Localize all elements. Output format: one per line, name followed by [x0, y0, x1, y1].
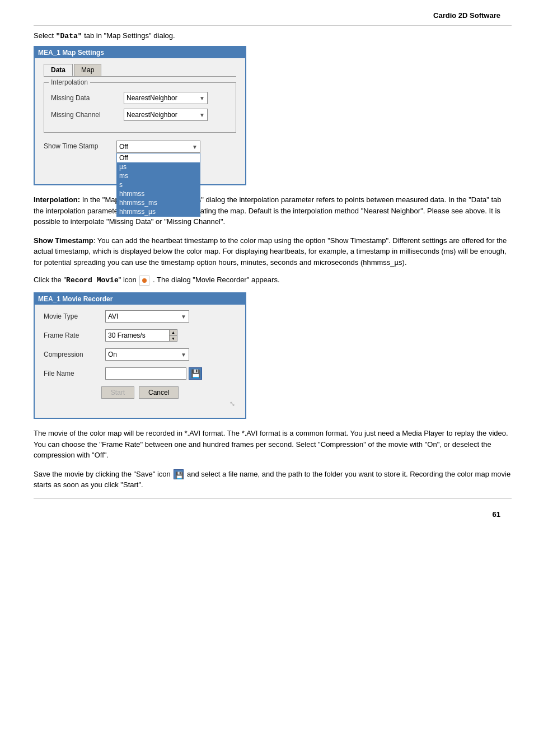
file-name-row: File Name 💾	[44, 367, 236, 380]
dropdown-item-hhmmss-ms[interactable]: hhmmss_ms	[117, 198, 200, 207]
missing-channel-select[interactable]: NearestNeighbor ▼	[124, 109, 208, 121]
show-time-stamp-label: Show Time Stamp	[44, 141, 116, 150]
movie-type-arrow: ▼	[181, 314, 186, 320]
movie-recorder-titlebar: MEA_1 Movie Recorder	[35, 293, 245, 305]
interpolation-label: Interpolation	[49, 78, 90, 86]
dropdown-item-hhmmss[interactable]: hhmmss	[117, 189, 200, 198]
interpolation-group: Interpolation Missing Data NearestNeighb…	[44, 82, 236, 133]
footer-divider	[34, 498, 512, 499]
record-instruction: Click the "Record Movie" icon . The dial…	[34, 276, 512, 286]
missing-channel-label: Missing Channel	[51, 111, 124, 119]
map-settings-dialog: MEA_1 Map Settings Data Map Interpolatio…	[34, 46, 246, 185]
compression-select[interactable]: On ▼	[105, 348, 189, 361]
show-time-stamp-row: Show Time Stamp Off ▼ Off µs ms s hhmmss…	[44, 141, 236, 153]
missing-data-arrow: ▼	[199, 95, 205, 101]
dropdown-item-hhmmss-us[interactable]: hhmmss_µs	[117, 207, 200, 216]
movie-recorder-dialog: MEA_1 Movie Recorder Movie Type AVI ▼ Fr…	[34, 292, 246, 419]
movie-btn-row: Start Cancel	[44, 386, 236, 399]
intro-instruction: Select "Data" tab in "Map Settings" dial…	[34, 31, 512, 40]
show-time-stamp-arrow: ▼	[192, 144, 198, 150]
frame-rate-spinner: ▲ ▼	[170, 329, 177, 342]
app-title: Cardio 2D Software	[433, 11, 500, 20]
resize-handle: ⤡	[44, 399, 236, 409]
compression-arrow: ▼	[181, 352, 186, 358]
interpolation-para: Interpolation: In the "Map" tab of the "…	[34, 194, 512, 227]
movie-type-control: AVI ▼	[105, 310, 189, 323]
save-para: Save the movie by clicking the "Save" ic…	[34, 469, 512, 491]
page-number: 61	[34, 510, 512, 519]
show-time-stamp-select[interactable]: Off ▼	[116, 141, 200, 153]
compression-control: On ▼	[105, 348, 189, 361]
frame-rate-input[interactable]	[105, 329, 170, 342]
resize-icon: ⤡	[229, 400, 235, 408]
record-movie-icon	[139, 276, 149, 286]
record-dot	[142, 278, 147, 283]
movie-recorder-body: Movie Type AVI ▼ Frame Rate ▲ ▼ Compress…	[35, 305, 245, 418]
file-name-label: File Name	[44, 370, 105, 377]
tab-data[interactable]: Data	[44, 64, 73, 76]
file-name-input[interactable]	[105, 367, 186, 380]
missing-channel-control: NearestNeighbor ▼	[124, 109, 208, 121]
missing-channel-row: Missing Channel NearestNeighbor ▼	[51, 109, 229, 121]
frame-rate-control: ▲ ▼	[105, 329, 177, 342]
missing-data-control: NearestNeighbor ▼	[124, 92, 208, 104]
missing-data-row: Missing Data NearestNeighbor ▼	[51, 92, 229, 104]
movie-type-row: Movie Type AVI ▼	[44, 310, 236, 323]
show-time-stamp-control: Off ▼ Off µs ms s hhmmss hhmmss_ms hhmms…	[116, 141, 200, 153]
frame-rate-down[interactable]: ▼	[170, 336, 177, 342]
compression-row: Compression On ▼	[44, 348, 236, 361]
movie-para: The movie of the color map will be recor…	[34, 428, 512, 461]
start-button[interactable]: Start	[101, 386, 134, 399]
tab-map[interactable]: Map	[74, 64, 101, 76]
dropdown-item-s[interactable]: s	[117, 180, 200, 189]
show-timestamp-para: Show Timestamp: You can add the heartbea…	[34, 235, 512, 268]
frame-rate-row: Frame Rate ▲ ▼	[44, 329, 236, 342]
dropdown-item-off[interactable]: Off	[117, 153, 200, 162]
file-browse-button[interactable]: 💾	[189, 367, 202, 380]
frame-rate-label: Frame Rate	[44, 332, 105, 339]
file-browse-icon: 💾	[191, 370, 200, 377]
map-settings-titlebar: MEA_1 Map Settings	[35, 47, 245, 58]
tab-bar: Data Map	[44, 64, 236, 77]
cancel-button[interactable]: Cancel	[139, 386, 179, 399]
missing-data-label: Missing Data	[51, 94, 124, 102]
dropdown-item-ms[interactable]: ms	[117, 171, 200, 180]
missing-data-select[interactable]: NearestNeighbor ▼	[124, 92, 208, 104]
movie-type-select[interactable]: AVI ▼	[105, 310, 189, 323]
header-divider	[34, 25, 512, 26]
timestamp-dropdown-list: Off µs ms s hhmmss hhmmss_ms hhmmss_µs	[116, 153, 200, 217]
file-name-control: 💾	[105, 367, 202, 380]
dropdown-item-us[interactable]: µs	[117, 162, 200, 171]
page-header: Cardio 2D Software	[34, 11, 512, 20]
missing-channel-arrow: ▼	[199, 112, 205, 118]
save-icon	[174, 469, 184, 479]
show-timestamp-bold: Show Timestamp	[34, 236, 93, 245]
frame-rate-up[interactable]: ▲	[170, 330, 177, 336]
map-settings-body: Data Map Interpolation Missing Data Near…	[35, 58, 245, 184]
interpolation-bold: Interpolation:	[34, 195, 80, 204]
movie-type-label: Movie Type	[44, 312, 105, 320]
compression-label: Compression	[44, 351, 105, 358]
